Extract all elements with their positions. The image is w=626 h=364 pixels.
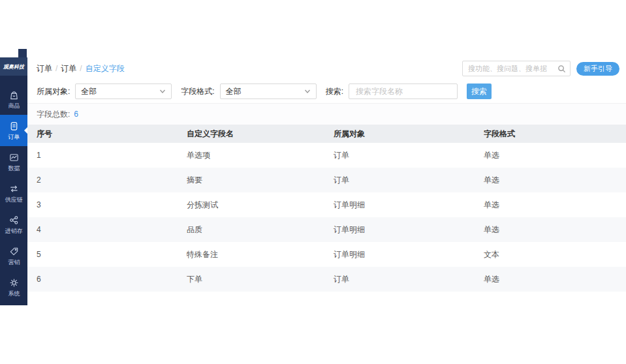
sidebar-item-label: 营销 bbox=[8, 259, 20, 265]
format-select[interactable]: 全部 bbox=[220, 83, 317, 99]
format-filter-label: 字段格式: bbox=[181, 86, 214, 97]
goods-bag-icon bbox=[8, 89, 20, 100]
cell-format: 文本 bbox=[475, 249, 626, 260]
cell-field-name: 分拣测试 bbox=[178, 200, 324, 211]
table-row[interactable]: 1 单选项 订单 单选 bbox=[27, 143, 626, 168]
field-total-label: 字段总数: bbox=[37, 109, 70, 120]
cell-field-name: 摘要 bbox=[178, 175, 324, 186]
cell-format: 单选 bbox=[475, 200, 626, 211]
price-tag-icon bbox=[8, 246, 20, 257]
sidebar-item-label: 数据 bbox=[8, 165, 20, 171]
breadcrumb-orders-2[interactable]: 订单 bbox=[61, 63, 76, 74]
sidebar-item-goods[interactable]: 商品 bbox=[0, 83, 27, 115]
breadcrumb-current-page: 自定义字段 bbox=[86, 63, 125, 74]
table-row[interactable]: 3 分拣测试 订单明细 单选 bbox=[27, 192, 626, 217]
gear-icon bbox=[8, 277, 20, 288]
topbar-actions: 新手引导 bbox=[462, 61, 619, 76]
app-window: 观奥科技 商品 订单 数据 供应链 进销存 营销 系统 bbox=[0, 57, 626, 305]
global-search-box[interactable] bbox=[462, 61, 571, 76]
cell-field-name: 下单 bbox=[178, 274, 324, 285]
cell-index: 5 bbox=[27, 250, 178, 259]
filter-bar: 所属对象: 全部 字段格式: 全部 搜索: 搜索 bbox=[27, 80, 626, 103]
cell-field-name: 特殊备注 bbox=[178, 249, 324, 260]
sidebar-item-data[interactable]: 数据 bbox=[0, 146, 27, 177]
exchange-arrows-icon bbox=[8, 183, 20, 194]
breadcrumb-bar: 订单 / 订单 / 自定义字段 新手引导 bbox=[27, 57, 626, 80]
owner-select-value: 全部 bbox=[81, 86, 97, 97]
cell-index: 2 bbox=[27, 175, 178, 185]
sidebar: 观奥科技 商品 订单 数据 供应链 进销存 营销 系统 bbox=[0, 57, 27, 305]
format-select-value: 全部 bbox=[226, 86, 242, 97]
chevron-down-icon bbox=[304, 88, 311, 95]
table-row[interactable]: 4 品质 订单明细 单选 bbox=[27, 217, 626, 242]
cell-owner: 订单 bbox=[324, 175, 475, 186]
cell-format: 单选 bbox=[475, 224, 626, 235]
cell-index: 1 bbox=[27, 151, 178, 160]
owner-select[interactable]: 全部 bbox=[75, 83, 172, 99]
share-nodes-icon bbox=[8, 215, 20, 226]
summary-bar: 字段总数: 6 bbox=[27, 103, 626, 125]
table-header-row: 序号 自定义字段名 所属对象 字段格式 bbox=[27, 125, 626, 143]
global-search-input[interactable] bbox=[467, 64, 557, 73]
table-row[interactable]: 2 摘要 订单 单选 bbox=[27, 168, 626, 192]
sidebar-item-label: 进销存 bbox=[5, 228, 22, 234]
column-header-format: 字段格式 bbox=[475, 129, 626, 140]
cell-owner: 订单 bbox=[324, 274, 475, 285]
cell-index: 3 bbox=[27, 200, 178, 209]
column-header-index: 序号 bbox=[27, 129, 178, 140]
cell-owner: 订单明细 bbox=[324, 200, 475, 211]
cell-owner: 订单明细 bbox=[324, 249, 475, 260]
cell-field-name: 品质 bbox=[178, 224, 324, 235]
breadcrumb-orders[interactable]: 订单 bbox=[37, 63, 52, 74]
cell-format: 单选 bbox=[475, 175, 626, 186]
cell-index: 6 bbox=[27, 275, 178, 284]
search-filter-label: 搜索: bbox=[326, 86, 343, 97]
cell-index: 4 bbox=[27, 225, 178, 234]
logo-corner-tab bbox=[18, 49, 27, 57]
order-document-icon bbox=[8, 121, 20, 132]
breadcrumb-separator: / bbox=[80, 64, 82, 73]
beginner-guide-button[interactable]: 新手引导 bbox=[576, 62, 619, 76]
sidebar-item-label: 系统 bbox=[8, 290, 20, 296]
owner-filter-label: 所属对象: bbox=[37, 86, 70, 97]
sidebar-item-label: 供应链 bbox=[5, 196, 22, 202]
main-content: 订单 / 订单 / 自定义字段 新手引导 所属对象: 全部 字段格式: 全部 bbox=[27, 57, 626, 305]
search-button[interactable]: 搜索 bbox=[467, 83, 492, 99]
sidebar-item-orders[interactable]: 订单 bbox=[0, 115, 27, 146]
cell-owner: 订单 bbox=[324, 150, 475, 161]
sidebar-item-supply-chain[interactable]: 供应链 bbox=[0, 177, 27, 209]
chevron-down-icon bbox=[159, 88, 166, 95]
column-header-field-name: 自定义字段名 bbox=[178, 129, 324, 140]
sidebar-item-label: 订单 bbox=[8, 134, 20, 140]
field-name-search-box[interactable] bbox=[349, 83, 458, 99]
column-header-owner: 所属对象 bbox=[324, 129, 475, 140]
field-total-count: 6 bbox=[74, 110, 78, 119]
cell-owner: 订单明细 bbox=[324, 224, 475, 235]
sidebar-item-system[interactable]: 系统 bbox=[0, 271, 27, 303]
sidebar-item-label: 商品 bbox=[8, 102, 20, 108]
brand-logo: 观奥科技 bbox=[0, 57, 27, 76]
table-row[interactable]: 5 特殊备注 订单明细 文本 bbox=[27, 242, 626, 267]
breadcrumb-separator: / bbox=[55, 64, 57, 73]
cell-format: 单选 bbox=[475, 150, 626, 161]
cell-field-name: 单选项 bbox=[178, 150, 324, 161]
sidebar-spacer bbox=[0, 76, 27, 83]
search-icon bbox=[557, 65, 566, 73]
table-row[interactable]: 6 下单 订单 单选 bbox=[27, 267, 626, 292]
sidebar-item-marketing[interactable]: 营销 bbox=[0, 240, 27, 271]
field-name-search-input[interactable] bbox=[354, 86, 452, 97]
cell-format: 单选 bbox=[475, 274, 626, 285]
sidebar-item-inventory[interactable]: 进销存 bbox=[0, 209, 27, 240]
chart-line-icon bbox=[8, 152, 20, 163]
